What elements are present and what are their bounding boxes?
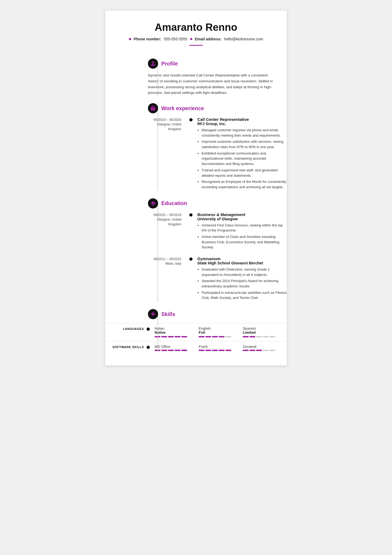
sw-name-0: MS Office: [155, 345, 199, 349]
software-item-0: MS Office: [155, 345, 199, 351]
work-entries: 06/2019 – 06/2020 Glasgow, United Kingdo…: [105, 117, 287, 191]
software-row: SOFTWARE SKILLS MS Office Five9: [105, 341, 287, 351]
work-icon: [148, 103, 158, 113]
skills-title: Skills: [161, 311, 175, 317]
lang-bar-0: [155, 336, 199, 337]
edu-school-1: State High School Giovanni Berchet: [197, 261, 287, 265]
lang-seg-1-4: [225, 336, 231, 337]
lang-seg-2-1: [249, 336, 255, 337]
lang-bar-1: [199, 336, 243, 337]
sw-seg-0-1: [161, 350, 167, 351]
edu-bullet-0-1: Active member of Clubs and Societies inc…: [202, 234, 287, 250]
edu-date-1: 09/2011 – 05/2015 Milan, Italy: [148, 256, 189, 302]
lang-seg-2-2: [256, 336, 262, 337]
sw-seg-1-4: [225, 350, 231, 351]
languages-row: LANGUAGES Italian Native English: [105, 323, 287, 337]
skills-header: Skills: [105, 309, 287, 319]
lang-seg-1-3: [219, 336, 225, 337]
lang-seg-2-3: [263, 336, 269, 337]
work-title: Work experience: [161, 105, 204, 111]
lang-name-1: English: [199, 326, 243, 330]
sw-seg-2-1: [249, 350, 255, 351]
edu-bullet-1-2: Participated in extracurricular activiti…: [202, 290, 287, 300]
edu-bullets-1: Graduated with Distinction, earning Grad…: [197, 267, 287, 300]
languages-dot: [147, 327, 150, 331]
education-entries: 09/2015 – 05/2019 Glasgow, United Kingdo…: [105, 212, 287, 302]
edu-entry-0: 09/2015 – 05/2019 Glasgow, United Kingdo…: [148, 212, 287, 251]
lang-name-0: Italian: [155, 326, 199, 330]
work-content-0: Call Center Representative RFJ Group, In…: [193, 117, 287, 191]
work-bullet-0-4: Recognized as Employee of the Month for …: [202, 179, 287, 190]
sw-seg-1-0: [199, 350, 205, 351]
lang-seg-1-0: [199, 336, 205, 337]
profile-icon: [148, 59, 158, 69]
email-label: Email address:: [195, 37, 222, 41]
languages-label: LANGUAGES: [105, 326, 147, 330]
work-entry-0: 06/2019 – 06/2020 Glasgow, United Kingdo…: [148, 117, 287, 191]
work-header: Work experience: [105, 103, 287, 113]
work-dot-0: [189, 118, 193, 121]
lang-seg-0-1: [161, 336, 167, 337]
lang-seg-2-4: [269, 336, 275, 337]
work-company-0: RFJ Group, Inc.: [197, 122, 287, 126]
profile-header: Profile: [105, 59, 287, 69]
sw-seg-0-2: [168, 350, 174, 351]
edu-content-0: Business & Management University of Glas…: [193, 212, 287, 251]
edu-entry-1: 09/2011 – 05/2015 Milan, Italy Gymnasium…: [148, 256, 287, 302]
education-title: Education: [161, 200, 187, 206]
work-bullet-0-0: Managed customer inquiries via phone and…: [202, 128, 287, 138]
lang-level-1: Full: [199, 330, 243, 334]
lang-bar-2: [243, 336, 287, 337]
lang-level-2: Limited: [243, 330, 287, 334]
edu-bullet-1-0: Graduated with Distinction, earning Grad…: [202, 267, 287, 277]
work-job-title-0: Call Center Representative: [197, 117, 287, 122]
work-bullet-0-1: Improved customer satisfaction with serv…: [202, 139, 287, 149]
profile-text: Dynamic and results-oriented Call Center…: [105, 72, 287, 96]
education-section: Education 09/2015 – 05/2019 Glasgow, Uni…: [105, 198, 287, 302]
resume-document: Amaranto Renno Phone number: 555-555-555…: [105, 11, 287, 365]
sw-seg-1-1: [205, 350, 211, 351]
edu-bullet-1-1: Awarded the 2014 Principal's Award for a…: [202, 278, 287, 289]
software-dot: [147, 346, 150, 349]
sw-seg-2-4: [269, 350, 275, 351]
languages-items: Italian Native English Full: [150, 326, 287, 337]
email-dot: [190, 38, 192, 40]
education-header: Education: [105, 198, 287, 209]
sw-name-2: Zendesk: [243, 345, 287, 349]
sw-seg-1-3: [219, 350, 225, 351]
phone-value: 555-555-5555: [164, 37, 187, 41]
edu-date-0: 09/2015 – 05/2019 Glasgow, United Kingdo…: [148, 212, 189, 251]
edu-dot-1: [189, 257, 193, 261]
lang-seg-0-3: [175, 336, 181, 337]
software-item-2: Zendesk: [243, 345, 287, 351]
sw-bar-1: [199, 350, 243, 351]
email-value: hello@kickresume.com: [224, 37, 263, 41]
lang-seg-1-2: [212, 336, 218, 337]
profile-section: Profile Dynamic and results-oriented Cal…: [105, 59, 287, 96]
lang-seg-1-1: [205, 336, 211, 337]
edu-dot-0: [189, 213, 193, 217]
profile-title: Profile: [161, 61, 178, 67]
work-section: Work experience 06/2019 – 06/2020 Glasgo…: [105, 103, 287, 191]
lang-level-0: Native: [155, 330, 199, 334]
edu-content-1: Gymnasium State High School Giovanni Ber…: [193, 256, 287, 302]
sw-bar-2: [243, 350, 287, 351]
edu-school-0: University of Glasgow: [197, 217, 287, 221]
work-bullet-0-2: Exhibited exceptional communication and …: [202, 151, 287, 167]
language-item-1: English Full: [199, 326, 243, 337]
education-icon: [148, 198, 158, 209]
sw-seg-1-2: [212, 350, 218, 351]
sw-bar-0: [155, 350, 199, 351]
work-bullet-0-3: Trained and supervised new staff, and ge…: [202, 168, 287, 178]
sw-seg-0-4: [181, 350, 187, 351]
work-date-0: 06/2019 – 06/2020 Glasgow, United Kingdo…: [148, 117, 189, 191]
header-divider: [189, 45, 203, 46]
sw-seg-2-3: [263, 350, 269, 351]
edu-bullets-0: Achieved First Class Honours, ranking wi…: [197, 223, 287, 250]
sw-seg-0-3: [175, 350, 181, 351]
sw-seg-2-0: [243, 350, 249, 351]
language-item-2: Spanish Limited: [243, 326, 287, 337]
language-item-0: Italian Native: [155, 326, 199, 337]
phone-label: Phone number:: [134, 37, 161, 41]
candidate-name: Amaranto Renno: [116, 21, 276, 33]
